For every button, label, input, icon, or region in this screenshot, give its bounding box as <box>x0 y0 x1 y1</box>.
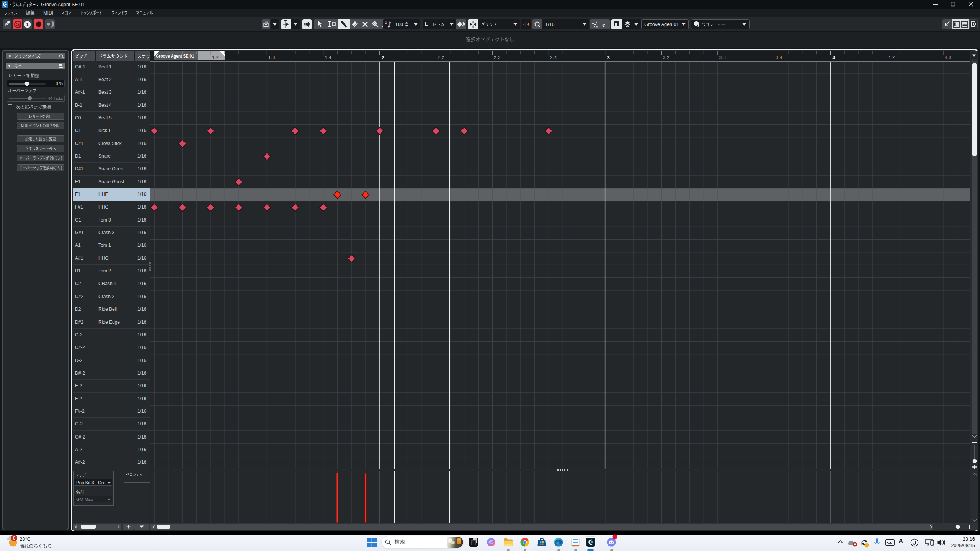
svg-text:1: 1 <box>26 21 29 27</box>
svg-text:2.3: 2.3 <box>494 55 501 60</box>
svg-text:1.2: 1.2 <box>212 55 219 60</box>
svg-text:4.3: 4.3 <box>945 55 952 60</box>
svg-text:3.3: 3.3 <box>719 55 726 60</box>
svg-text:2.2: 2.2 <box>438 55 444 60</box>
svg-text:1.4: 1.4 <box>325 55 332 60</box>
svg-text:e: e <box>602 21 605 28</box>
svg-text:S: S <box>16 21 20 27</box>
svg-text:3.4: 3.4 <box>776 55 782 60</box>
svg-text:2: 2 <box>382 55 384 60</box>
svg-text:3: 3 <box>607 55 610 60</box>
svg-text:4.2: 4.2 <box>889 55 895 60</box>
svg-text:3.2: 3.2 <box>663 55 670 60</box>
svg-text:1.3: 1.3 <box>268 55 275 60</box>
svg-text:6: 6 <box>13 536 15 540</box>
svg-text:4: 4 <box>832 55 835 60</box>
svg-text:2.4: 2.4 <box>550 55 557 60</box>
svg-text:Groove Agent SE 01: Groove Agent SE 01 <box>156 53 194 59</box>
